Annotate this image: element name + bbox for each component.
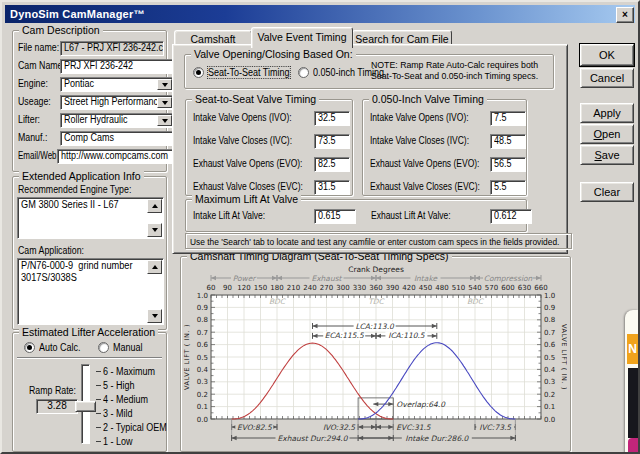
slider-tick: [96, 413, 101, 414]
save-button[interactable]: Save: [580, 145, 634, 165]
svg-text:ICA:110.5: ICA:110.5: [388, 331, 426, 340]
svg-text:0.1: 0.1: [544, 403, 555, 411]
manual-label: Manual: [113, 342, 143, 353]
scroll-up-icon[interactable]: [147, 199, 162, 213]
svg-text:0.2: 0.2: [544, 391, 555, 399]
inch-ivc-input[interactable]: 48.5: [490, 134, 526, 149]
auto-calc-label: Auto Calc.: [39, 342, 81, 353]
cam-description-group: Cam Description File name: L67 - PRJ XFI…: [12, 30, 167, 172]
svg-text:0.8: 0.8: [544, 316, 555, 324]
valve-basis-title: Valve Opening/Closing Based On:: [191, 48, 356, 60]
extended-info-title: Extended Application Info: [19, 170, 144, 182]
svg-text:0.7: 0.7: [197, 329, 208, 337]
evc-label: Exhaust Valve Closes (EVC):: [193, 181, 303, 192]
cam-application-label: Cam Application:: [18, 245, 84, 256]
svg-text:0.8: 0.8: [197, 316, 208, 324]
intake-lift-label: Intake Lift At Valve:: [193, 210, 265, 221]
auto-calc-radio[interactable]: [24, 342, 35, 353]
svg-text:210: 210: [287, 284, 300, 292]
ramp-rate-slider-thumb[interactable]: [75, 401, 96, 412]
svg-text:0.9: 0.9: [544, 304, 555, 312]
svg-text:420: 420: [402, 284, 415, 292]
inch-timing-radio[interactable]: [298, 67, 309, 78]
slider-tick: [96, 427, 101, 428]
close-button[interactable]: ×: [616, 7, 634, 23]
evo-label: Exhaust Valve Opens (EVO):: [370, 158, 479, 169]
svg-text:120: 120: [237, 284, 250, 292]
svg-text:BDC: BDC: [269, 297, 287, 306]
engine-dropdown-arrow-icon[interactable]: [157, 79, 172, 90]
background-popup-edge[interactable]: N: [625, 310, 638, 454]
svg-text:630: 630: [518, 284, 531, 292]
svg-text:Power: Power: [233, 274, 258, 283]
svg-text:Intake: Intake: [414, 274, 439, 283]
ramp-rate-value: 3.28: [36, 399, 78, 414]
dynosim-cammanager-window: DynoSim CamManager™ × Cam Description Fi…: [0, 0, 640, 454]
ivo-label: Intake Valve Opens (IVO):: [193, 112, 292, 123]
apply-button[interactable]: Apply: [580, 103, 634, 123]
cam-name-input[interactable]: PRJ XFI 236-242: [60, 59, 173, 74]
lifter-dropdown-arrow-icon[interactable]: [157, 115, 172, 126]
camshaft-timing-diagram-group: Camshaft Timing Diagram (Seat-To-Seat Ti…: [180, 256, 571, 452]
ramp-rate-note-line1: NOTE: Ramp Rate Auto-Calc requires both: [371, 59, 538, 70]
ivc-label: Intake Valve Closes (IVC):: [193, 135, 292, 146]
inch-evc-input[interactable]: 5.5: [490, 180, 526, 195]
usage-dropdown-arrow-icon[interactable]: [157, 97, 172, 108]
lifter-select[interactable]: Roller Hydraulic: [60, 113, 174, 128]
scroll-down-icon[interactable]: [147, 223, 162, 237]
cam-application-textarea[interactable]: P/N76-000-9 grind number 3017S/3038S: [17, 258, 164, 325]
manuf-label: Manuf.:: [18, 132, 47, 143]
svg-text:240: 240: [303, 284, 316, 292]
ramp-rate-note-line2: Seat-To-Seat and 0.050-inch Timing specs…: [371, 70, 538, 81]
slider-label-1-low: 1 - Low: [103, 436, 133, 447]
usage-label: Useage:: [18, 96, 51, 107]
svg-text:Exhaust: Exhaust: [311, 274, 342, 283]
email-web-input[interactable]: http://www.compcams.com: [57, 149, 173, 164]
search-hint-bar: Use the 'Search' tab to locate and test …: [185, 233, 572, 249]
seat-timing-title: Seat-to-Seat Valve Timing: [192, 93, 319, 105]
svg-text:0.0: 0.0: [544, 416, 555, 424]
exhaust-lift-input[interactable]: 0.612: [490, 209, 532, 224]
scroll-down-icon[interactable]: [147, 309, 162, 323]
manual-radio[interactable]: [98, 342, 109, 353]
seat-ivc-input[interactable]: 73.5: [314, 134, 350, 149]
lifter-label: Lifter:: [18, 114, 40, 125]
seat-to-seat-timing-label: Seat-To-Seat Timing: [208, 67, 290, 78]
slider-tick: [96, 441, 101, 442]
svg-text:540: 540: [468, 284, 481, 292]
intake-lift-input[interactable]: 0.615: [314, 209, 356, 224]
scroll-up-icon[interactable]: [147, 260, 162, 274]
popup-banner: N: [627, 334, 638, 364]
svg-text:ECA:115.5: ECA:115.5: [325, 331, 365, 340]
inch-ivo-input[interactable]: 7.5: [490, 111, 526, 126]
svg-text:0.3: 0.3: [197, 378, 208, 386]
inch-evo-input[interactable]: 56.5: [490, 157, 526, 172]
clear-button[interactable]: Clear: [580, 182, 634, 202]
svg-text:EVO:82.5: EVO:82.5: [237, 423, 273, 432]
ok-button[interactable]: OK: [580, 44, 634, 66]
tab-valve-event-timing[interactable]: Valve Event Timing: [251, 27, 353, 50]
svg-text:VALVE LIFT ( IN. ): VALVE LIFT ( IN. ): [560, 324, 567, 390]
seat-evc-input[interactable]: 31.5: [314, 180, 350, 195]
seat-to-seat-timing-radio[interactable]: [193, 67, 204, 78]
open-button[interactable]: Open: [580, 124, 634, 144]
seat-ivo-input[interactable]: 32.5: [314, 111, 350, 126]
svg-text:90: 90: [223, 284, 232, 292]
evo-label: Exhaust Valve Opens (EVO):: [193, 158, 302, 169]
cancel-button[interactable]: Cancel: [580, 68, 634, 88]
usage-select[interactable]: Street High Performance: [60, 95, 174, 110]
seat-evo-input[interactable]: 82.5: [314, 157, 350, 172]
svg-text:300: 300: [336, 284, 349, 292]
popup-image: [628, 368, 638, 438]
engine-select[interactable]: Pontiac: [60, 77, 174, 92]
search-hint-text: Use the 'Search' tab to locate and test …: [190, 236, 559, 247]
manuf-input[interactable]: Comp Cams: [60, 131, 173, 146]
recommended-engine-type-textarea[interactable]: GM 3800 Series II - L67: [17, 197, 164, 239]
popup-image-accent: [628, 438, 638, 454]
file-name-label: File name:: [18, 42, 59, 53]
svg-text:180: 180: [270, 284, 283, 292]
ivo-label: Intake Valve Opens (IVO):: [370, 112, 469, 123]
svg-text:0.6: 0.6: [197, 341, 209, 349]
svg-text:330: 330: [353, 284, 366, 292]
popup-badge-letter: N: [628, 342, 637, 356]
